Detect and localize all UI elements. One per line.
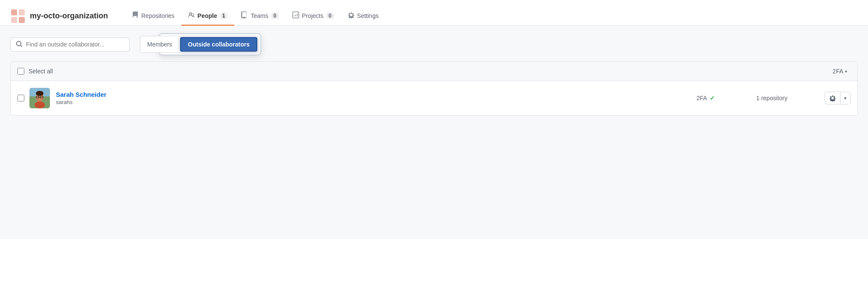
- tab-repositories-label: Repositories: [141, 12, 175, 19]
- nav-tabs: Repositories People 1 Teams: [125, 7, 385, 25]
- tab-teams-label: Teams: [250, 12, 268, 19]
- tab-projects-label: Projects: [302, 12, 323, 19]
- org-logo: [10, 9, 26, 24]
- user-login: sarahs: [56, 99, 696, 105]
- members-filter-btn[interactable]: Members: [140, 38, 179, 51]
- search-icon: [16, 41, 23, 49]
- svg-point-7: [36, 91, 44, 96]
- teams-icon: [241, 12, 248, 20]
- tab-people[interactable]: People 1: [181, 7, 235, 26]
- tfa-header-label: 2FA: [833, 68, 843, 75]
- select-all-checkbox[interactable]: [17, 68, 24, 75]
- filter-tabs: Members Outside collaborators: [140, 36, 259, 53]
- tab-projects-badge: 0: [326, 12, 334, 19]
- tfa-check-icon: ✓: [710, 95, 715, 101]
- tab-teams[interactable]: Teams 0: [234, 7, 285, 26]
- tab-people-badge: 1: [220, 12, 228, 19]
- repo-icon: [132, 12, 139, 20]
- user-settings-dropdown[interactable]: ▾: [824, 92, 851, 104]
- svg-rect-1: [19, 9, 25, 15]
- user-settings-caret-btn[interactable]: ▾: [841, 93, 850, 104]
- tab-teams-badge: 0: [271, 12, 279, 19]
- search-input[interactable]: [26, 41, 124, 48]
- filter-bar: Members Outside collaborators: [10, 36, 858, 53]
- content-area: Members Outside collaborators Select all…: [0, 26, 868, 239]
- avatar: [29, 88, 50, 108]
- user-meta: 2FA ✓ 1 repository ▾: [696, 92, 851, 104]
- org-name: my-octo-organization: [30, 12, 108, 20]
- tfa-label: 2FA: [696, 95, 707, 101]
- search-box: [10, 38, 130, 52]
- caret-down-icon: ▾: [844, 96, 847, 101]
- repo-count: 1 repository: [756, 95, 799, 101]
- user-settings-gear-btn[interactable]: [825, 92, 840, 104]
- tfa-chevron-down-icon: ▾: [845, 69, 847, 74]
- user-row-checkbox[interactable]: [17, 95, 24, 101]
- svg-point-11: [35, 101, 45, 108]
- tab-projects[interactable]: Projects 0: [285, 7, 341, 26]
- tab-people-label: People: [198, 12, 217, 19]
- settings-icon: [348, 12, 355, 20]
- page-wrapper: my-octo-organization Repositories: [0, 0, 868, 284]
- gear-icon: [829, 95, 836, 101]
- filter-tabs-wrapper: Members Outside collaborators: [135, 36, 259, 53]
- select-all-label: Select all: [29, 68, 829, 75]
- svg-rect-2: [11, 17, 17, 23]
- table-row: Sarah Schneider sarahs 2FA ✓ 1 repositor…: [11, 81, 857, 115]
- table-header-row: Select all 2FA ▾: [11, 62, 857, 81]
- tab-settings[interactable]: Settings: [341, 7, 386, 26]
- people-table: Select all 2FA ▾: [10, 61, 858, 116]
- user-info: Sarah Schneider sarahs: [56, 91, 696, 105]
- user-display-name[interactable]: Sarah Schneider: [56, 91, 696, 98]
- tab-settings-label: Settings: [357, 12, 379, 19]
- org-header: my-octo-organization Repositories: [0, 0, 868, 26]
- tab-repositories[interactable]: Repositories: [125, 7, 181, 26]
- outside-collaborators-filter-btn[interactable]: Outside collaborators: [180, 37, 257, 52]
- svg-rect-0: [11, 9, 17, 15]
- tfa-status: 2FA ✓: [696, 95, 731, 101]
- svg-rect-3: [19, 17, 25, 23]
- projects-icon: [292, 12, 299, 20]
- tfa-header-dropdown[interactable]: 2FA ▾: [829, 66, 851, 76]
- people-icon: [188, 12, 195, 20]
